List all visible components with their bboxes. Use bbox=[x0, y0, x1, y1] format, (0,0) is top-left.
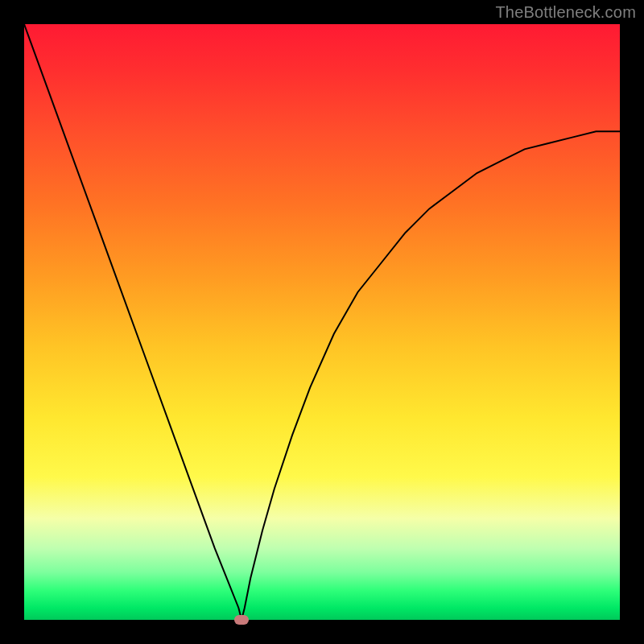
bottleneck-curve bbox=[24, 24, 620, 620]
minimum-marker bbox=[234, 615, 249, 625]
chart-frame: TheBottleneck.com bbox=[0, 0, 644, 644]
plot-area bbox=[24, 24, 620, 620]
curve-svg bbox=[24, 24, 620, 620]
watermark-text: TheBottleneck.com bbox=[495, 3, 636, 22]
